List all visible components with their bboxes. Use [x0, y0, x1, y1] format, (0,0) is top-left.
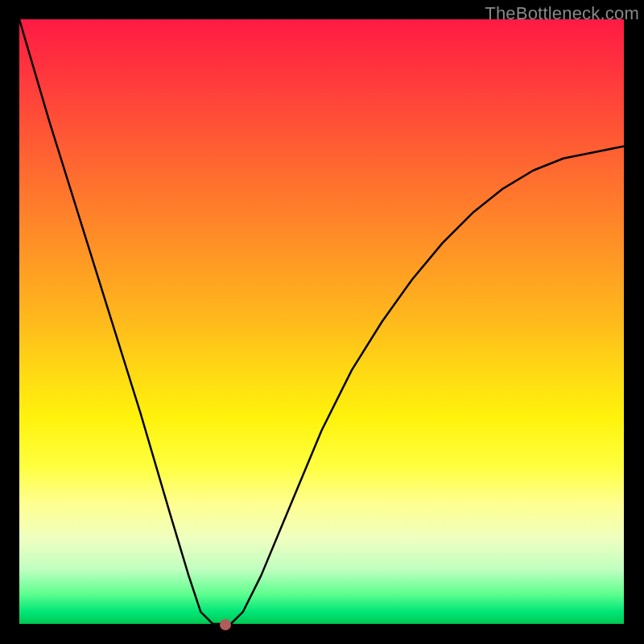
watermark-text: TheBottleneck.com [485, 3, 639, 24]
optimal-point-marker [220, 619, 231, 630]
chart-frame: TheBottleneck.com [0, 0, 644, 644]
bottleneck-curve [19, 19, 624, 624]
chart-plot-area [19, 19, 625, 625]
